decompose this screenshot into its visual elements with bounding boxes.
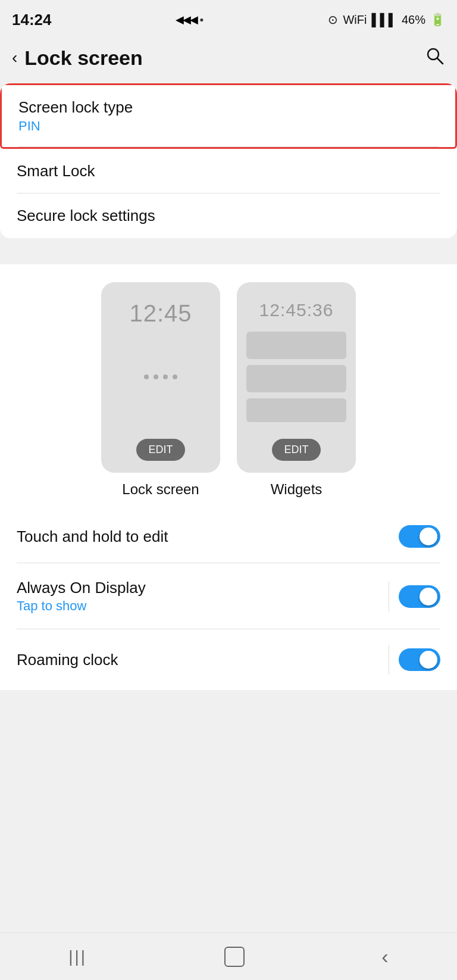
widgets-edit-button[interactable]: EDIT bbox=[272, 439, 320, 461]
preview-section: 12:45 EDIT Lock screen 12:45:36 EDIT Wid… bbox=[0, 264, 457, 510]
header-left: ‹ Lock screen bbox=[12, 46, 143, 70]
battery-icon: 🔋 bbox=[430, 13, 445, 27]
status-time: 14:24 bbox=[12, 11, 52, 29]
lock-screen-mockup: 12:45 EDIT bbox=[101, 282, 220, 473]
roaming-clock-title: Roaming clock bbox=[17, 651, 118, 669]
lock-screen-time: 12:45 bbox=[129, 300, 192, 327]
always-on-text: Always On Display Tap to show bbox=[17, 579, 146, 614]
status-bar: 14:24 ◀◀◀ ● ⊙ WiFi ▌▌▌ 46% 🔋 bbox=[0, 0, 457, 36]
widgets-mockup: 12:45:36 EDIT bbox=[237, 282, 356, 473]
dot-3 bbox=[163, 374, 168, 379]
widget-bar-3 bbox=[246, 398, 346, 422]
always-on-subtitle: Tap to show bbox=[17, 598, 146, 614]
vertical-divider-2 bbox=[389, 645, 389, 675]
dot-4 bbox=[173, 374, 177, 379]
widgets-preview-card: 12:45:36 EDIT Widgets bbox=[237, 282, 356, 498]
lock-screen-preview-card: 12:45 EDIT Lock screen bbox=[101, 282, 220, 498]
signal-icon: ▌▌▌ bbox=[371, 13, 397, 27]
screen-lock-type-subtitle: PIN bbox=[18, 118, 133, 134]
nav-back-button[interactable]: ‹ bbox=[381, 945, 388, 968]
sound-icon: ◀◀◀ bbox=[176, 13, 197, 26]
sound-icons: ◀◀◀ ● bbox=[176, 13, 204, 26]
nav-home-button[interactable] bbox=[224, 947, 245, 967]
lock-screen-edit-button[interactable]: EDIT bbox=[136, 439, 184, 461]
back-button[interactable]: ‹ bbox=[12, 49, 17, 66]
nav-bar: ||| ‹ bbox=[0, 932, 457, 980]
touch-hold-toggle[interactable] bbox=[399, 525, 440, 548]
svg-line-1 bbox=[437, 58, 443, 64]
smart-lock-title: Smart Lock bbox=[17, 162, 95, 180]
wifi-icon: WiFi bbox=[343, 13, 367, 27]
search-button[interactable] bbox=[425, 46, 445, 70]
screen-lock-type-item[interactable]: Screen lock type PIN bbox=[0, 83, 457, 149]
nav-recent-button[interactable]: ||| bbox=[68, 947, 87, 966]
roaming-clock-toggle[interactable] bbox=[399, 648, 440, 671]
widgets-time: 12:45:36 bbox=[259, 300, 334, 320]
widget-bar-2 bbox=[246, 365, 346, 392]
screen-lock-type-title: Screen lock type bbox=[18, 98, 133, 117]
location-icon: ⊙ bbox=[328, 13, 338, 27]
touch-hold-text: Touch and hold to edit bbox=[17, 528, 168, 546]
battery-text: 46% bbox=[402, 13, 425, 27]
lock-screen-label: Lock screen bbox=[122, 481, 199, 498]
always-on-right bbox=[389, 582, 440, 611]
dot-1 bbox=[144, 374, 149, 379]
top-settings-card: Screen lock type PIN Smart Lock Secure l… bbox=[0, 83, 457, 238]
section-gap-1 bbox=[0, 245, 457, 255]
vertical-divider-1 bbox=[389, 582, 389, 611]
section-gap-2 bbox=[0, 255, 457, 264]
touch-hold-row[interactable]: Touch and hold to edit bbox=[0, 510, 457, 563]
secure-lock-title: Secure lock settings bbox=[17, 207, 155, 225]
bottom-spacer bbox=[0, 690, 457, 750]
roaming-clock-row[interactable]: Roaming clock bbox=[0, 629, 457, 690]
secure-lock-item[interactable]: Secure lock settings bbox=[0, 193, 457, 238]
smart-lock-item[interactable]: Smart Lock bbox=[0, 149, 457, 193]
widgets-label: Widgets bbox=[271, 481, 323, 498]
screen-lock-type-text: Screen lock type PIN bbox=[18, 98, 133, 134]
page-header: ‹ Lock screen bbox=[0, 36, 457, 83]
always-on-display-row[interactable]: Always On Display Tap to show bbox=[0, 563, 457, 629]
always-on-toggle[interactable] bbox=[399, 585, 440, 608]
page-title: Lock screen bbox=[24, 46, 142, 70]
always-on-title: Always On Display bbox=[17, 579, 146, 597]
widget-bars bbox=[246, 332, 346, 422]
dot-icon: ● bbox=[199, 15, 204, 24]
dot-2 bbox=[154, 374, 158, 379]
status-icons: ⊙ WiFi ▌▌▌ 46% 🔋 bbox=[328, 13, 445, 27]
roaming-clock-right bbox=[389, 645, 440, 675]
toggle-settings-group: Touch and hold to edit Always On Display… bbox=[0, 510, 457, 690]
secure-lock-text: Secure lock settings bbox=[17, 207, 155, 225]
smart-lock-text: Smart Lock bbox=[17, 162, 95, 180]
roaming-clock-text: Roaming clock bbox=[17, 651, 118, 669]
lock-screen-dots bbox=[144, 374, 177, 379]
touch-hold-title: Touch and hold to edit bbox=[17, 528, 168, 546]
widget-bar-1 bbox=[246, 332, 346, 359]
